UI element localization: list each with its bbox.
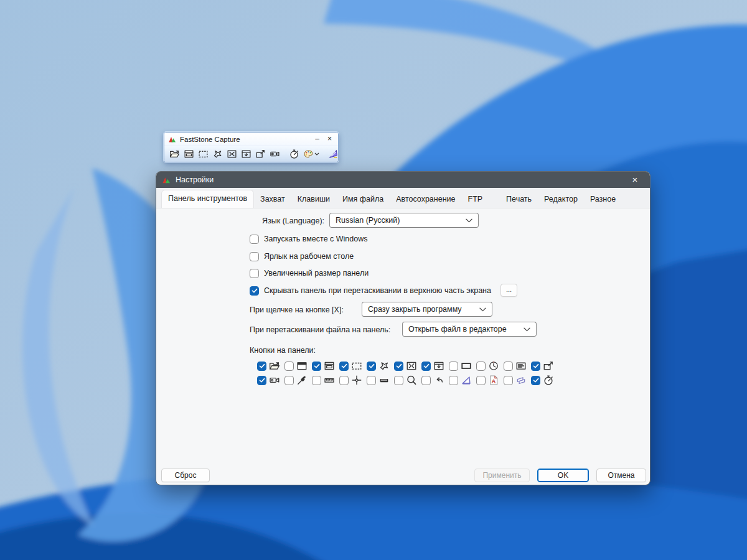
- open-file-icon: [169, 149, 180, 159]
- checkbox-checked[interactable]: [531, 362, 540, 371]
- reset-button[interactable]: Сброс: [161, 469, 210, 482]
- checkbox-checked[interactable]: [421, 362, 431, 371]
- screen-ruler-icon: [324, 375, 335, 386]
- capture-freehand-button[interactable]: [212, 148, 223, 160]
- settings-tab-6[interactable]: FTP: [462, 191, 489, 208]
- checkbox-checked[interactable]: [531, 376, 540, 385]
- chevron-down-icon: [524, 327, 530, 332]
- checkbox-unchecked[interactable]: [312, 376, 321, 385]
- checkbox-unchecked[interactable]: [339, 376, 349, 385]
- panel-button-screen-protractor: [449, 375, 472, 386]
- apply-button[interactable]: Применить: [474, 469, 530, 482]
- checkbox-unchecked[interactable]: [449, 362, 458, 371]
- checkbox-unchecked[interactable]: [250, 235, 259, 244]
- settings-button[interactable]: [327, 148, 339, 160]
- capture-scrolling-icon: [433, 360, 444, 371]
- settings-tab-3[interactable]: Клавиши: [291, 191, 336, 208]
- cancel-button[interactable]: Отмена: [596, 469, 646, 482]
- checkbox-label: Увеличенный размер панели: [264, 269, 369, 278]
- language-label: Язык (Language):: [262, 217, 324, 225]
- ok-button[interactable]: OK: [537, 469, 589, 482]
- checkbox-unchecked[interactable]: [284, 362, 294, 371]
- capture-fullscreen-button[interactable]: [226, 148, 238, 160]
- draw-region-button[interactable]: [255, 148, 266, 160]
- drag-file-action-select[interactable]: Открыть файл в редакторе: [402, 322, 537, 337]
- capture-rectangle-button[interactable]: [197, 148, 209, 160]
- close-action-select[interactable]: Сразу закрыть программу: [362, 302, 492, 317]
- screen-recorder-button[interactable]: [269, 148, 281, 160]
- faststone-logo-icon: [162, 175, 171, 185]
- settings-tab-2[interactable]: Захват: [254, 191, 291, 208]
- checkbox-label: Запускать вместе с Windows: [264, 235, 368, 243]
- settings-tab-5[interactable]: Автосохранение: [390, 191, 461, 208]
- checkbox-checked[interactable]: [312, 362, 321, 371]
- capture-active-window-icon: [184, 149, 194, 159]
- settings-tab-1[interactable]: Панель инструментов: [161, 190, 254, 208]
- screen-recorder-icon: [269, 375, 280, 386]
- checkbox-checked[interactable]: [367, 362, 376, 371]
- chevron-down-icon: [479, 307, 486, 312]
- palette-button[interactable]: [303, 148, 320, 160]
- settings-titlebar[interactable]: Настройки ×: [156, 172, 650, 188]
- checkbox-checked[interactable]: [257, 376, 266, 385]
- checkbox-unchecked[interactable]: [284, 376, 294, 385]
- checkbox-unchecked[interactable]: [504, 376, 513, 385]
- panel-button-screen-magnifier: [394, 375, 417, 386]
- toolbar-settings-panel: Язык (Language): Russian (Русский) Запус…: [156, 208, 650, 485]
- desktop: FastStone Capture – × Настройки × Панель…: [0, 0, 747, 560]
- capture-rectangle-icon: [351, 360, 362, 371]
- capture-text-icon: [515, 360, 527, 371]
- more-options-button[interactable]: ...: [500, 284, 517, 297]
- checkbox-unchecked[interactable]: [394, 376, 403, 385]
- checkbox-checked[interactable]: [250, 286, 259, 296]
- minimize-icon[interactable]: –: [312, 133, 322, 145]
- checkbox-unchecked[interactable]: [504, 362, 513, 371]
- panel-button-capture-text: [504, 360, 527, 371]
- capture-active-window-button[interactable]: [183, 148, 195, 160]
- panel-button-screen-ruler: [312, 375, 335, 386]
- close-icon[interactable]: ×: [325, 133, 334, 145]
- checkbox-unchecked[interactable]: [476, 362, 486, 371]
- capture-fullscreen-icon: [406, 360, 417, 371]
- panel-buttons-row-2: A: [257, 375, 554, 386]
- capture-window-titlebar[interactable]: FastStone Capture – ×: [164, 133, 338, 146]
- option-checkbox-row[interactable]: Ярлык на рабочем столе: [250, 251, 354, 261]
- settings-tabstrip: Панель инструментовЗахватКлавишиИмя файл…: [156, 188, 650, 208]
- panel-button-screen-recorder: [257, 375, 280, 386]
- language-value: Russian (Русский): [336, 216, 400, 225]
- settings-tab-8[interactable]: Редактор: [538, 191, 584, 208]
- close-icon[interactable]: ×: [626, 172, 644, 188]
- panel-buttons-label: Кнопки на панели:: [250, 346, 316, 355]
- language-select[interactable]: Russian (Русский): [329, 213, 479, 228]
- panel-button-open-file: [257, 360, 280, 371]
- panel-button-screen-crosshair: [339, 375, 362, 386]
- option-checkbox-row[interactable]: Запускать вместе с Windows: [250, 234, 368, 244]
- settings-title: Настройки: [176, 175, 621, 184]
- checkbox-checked[interactable]: [339, 362, 349, 371]
- option-checkbox-row[interactable]: Увеличенный размер панели: [250, 268, 369, 278]
- checkbox-unchecked[interactable]: [367, 376, 376, 385]
- open-file-icon: [269, 360, 280, 371]
- settings-tab-9[interactable]: Разное: [584, 191, 622, 208]
- draw-region-icon: [543, 360, 554, 371]
- settings-tab-4[interactable]: Имя файла: [336, 191, 390, 208]
- capture-fullscreen-icon: [227, 149, 237, 159]
- panel-button-capture-fixed-region: [449, 360, 472, 371]
- checkbox-checked[interactable]: [257, 362, 266, 371]
- panel-button-convert-pdf: A: [476, 375, 499, 386]
- open-file-button[interactable]: [169, 148, 181, 160]
- checkbox-unchecked[interactable]: [421, 376, 431, 385]
- checkbox-unchecked[interactable]: [250, 252, 259, 261]
- capture-freehand-icon: [378, 360, 390, 371]
- option-checkbox-row[interactable]: Скрывать панель при перетаскивании в вер…: [250, 286, 491, 296]
- delay-timer-button[interactable]: [288, 148, 300, 160]
- panel-button-color-bar: [367, 375, 390, 386]
- checkbox-unchecked[interactable]: [476, 376, 486, 385]
- settings-tab-7[interactable]: Печать: [500, 191, 538, 208]
- checkbox-unchecked[interactable]: [250, 269, 259, 278]
- capture-active-window-icon: [324, 360, 335, 371]
- capture-scrolling-button[interactable]: [240, 148, 252, 160]
- checkbox-unchecked[interactable]: [449, 376, 458, 385]
- panel-buttons-row-1: [257, 360, 554, 371]
- checkbox-checked[interactable]: [394, 362, 403, 371]
